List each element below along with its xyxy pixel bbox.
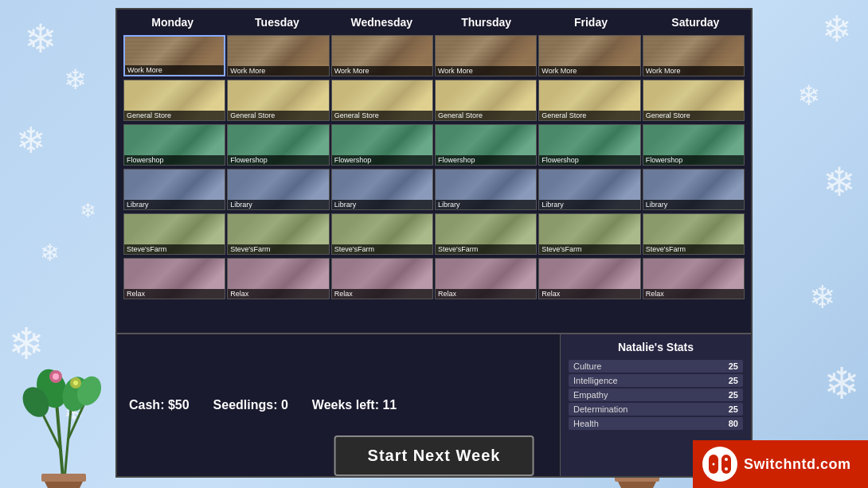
plant-left [16, 329, 111, 488]
svg-point-31 [725, 458, 728, 461]
cell-thu-flower[interactable]: Flowershop [435, 124, 537, 166]
cell-tue-work[interactable]: Work More [227, 35, 329, 76]
weeks-stat: Weeks left: 11 [312, 398, 397, 412]
cell-sat-library[interactable]: Library [643, 169, 745, 210]
cell-thu-relax[interactable]: Relax [435, 258, 537, 299]
switch-logo-icon [702, 447, 737, 482]
stat-determination-value: 25 [729, 404, 738, 414]
svg-rect-13 [41, 474, 86, 482]
start-next-week-button[interactable]: Start Next Week [334, 435, 534, 476]
cell-wed-flower[interactable]: Flowershop [331, 124, 433, 166]
day-saturday: Saturday [643, 14, 748, 30]
switch-brand-text: Switchntd.com [744, 456, 851, 473]
cell-sat-relax[interactable]: Relax [643, 258, 745, 299]
cell-wed-relax[interactable]: Relax [331, 258, 433, 299]
cell-mon-flower[interactable]: Flowershop [123, 124, 225, 166]
stat-determination-label: Determination [573, 404, 628, 414]
cell-sat-work[interactable]: Work More [643, 35, 745, 76]
cell-mon-work[interactable]: Work More [123, 35, 225, 76]
stat-row-intelligence: Intelligence 25 [569, 374, 743, 387]
stat-row-culture: Culture 25 [569, 360, 743, 373]
cell-mon-relax[interactable]: Relax [123, 258, 225, 299]
cell-tue-flower[interactable]: Flowershop [227, 124, 329, 166]
stat-intelligence-value: 25 [729, 376, 738, 385]
day-monday: Monday [120, 14, 225, 30]
days-header: Monday Tuesday Wednesday Thursday Friday… [117, 10, 751, 33]
snowflake-1: ❄ [24, 16, 57, 62]
snowflake-4: ❄ [40, 239, 60, 267]
svg-point-11 [73, 381, 78, 385]
cell-mon-library[interactable]: Library [123, 169, 225, 210]
stat-health-label: Health [573, 419, 599, 428]
stat-empathy-label: Empathy [573, 390, 608, 400]
stat-empathy-value: 25 [729, 390, 738, 400]
snowflake-7: ❄ [797, 80, 820, 111]
cell-sat-flower[interactable]: Flowershop [643, 124, 745, 166]
cell-wed-farm[interactable]: Steve'sFarm [331, 213, 433, 255]
cell-sat-store[interactable]: General Store [643, 80, 745, 121]
stat-culture-value: 25 [729, 361, 738, 371]
snowflake-3: ❄ [16, 119, 46, 162]
cell-thu-work[interactable]: Work More [435, 35, 537, 76]
library-row: Library Library Library Library Library … [120, 167, 748, 212]
cell-wed-library[interactable]: Library [331, 169, 433, 210]
cash-stat: Cash: $50 [129, 398, 190, 412]
general-store-row: General Store General Store General Stor… [120, 78, 748, 123]
cell-mon-farm[interactable]: Steve'sFarm [123, 213, 225, 255]
snowflake-6: ❄ [822, 8, 852, 50]
snowflake-2: ❄ [64, 64, 87, 96]
cell-tue-library[interactable]: Library [227, 169, 329, 210]
farm-row: Steve'sFarm Steve'sFarm Steve'sFarm Stev… [120, 212, 748, 256]
cell-fri-library[interactable]: Library [538, 169, 640, 210]
seedlings-stat: Seedlings: 0 [213, 398, 288, 412]
cell-fri-store[interactable]: General Store [538, 80, 640, 121]
stat-row-determination: Determination 25 [569, 403, 743, 416]
stat-health-value: 80 [729, 419, 738, 428]
day-thursday: Thursday [434, 14, 538, 30]
cell-sat-farm[interactable]: Steve'sFarm [643, 213, 745, 255]
switch-badge: Switchntd.com [693, 440, 868, 488]
day-wednesday: Wednesday [330, 14, 434, 30]
svg-point-33 [713, 463, 715, 466]
day-tuesday: Tuesday [225, 14, 329, 30]
day-friday: Friday [538, 14, 643, 30]
flowershop-row: Flowershop Flowershop Flowershop Flowers… [120, 123, 748, 167]
relax-row: Relax Relax Relax Relax Relax Relax [120, 256, 748, 301]
svg-point-32 [725, 467, 728, 470]
schedule-grid: Work More Work More Work More Work More … [117, 33, 751, 303]
cell-wed-store[interactable]: General Store [331, 80, 433, 121]
start-button-container: Start Next Week [334, 435, 534, 476]
cell-fri-farm[interactable]: Steve'sFarm [538, 213, 640, 255]
stat-row-empathy: Empathy 25 [569, 388, 743, 401]
stats-title: Natalie's Stats [569, 341, 743, 353]
stat-row-health: Health 80 [569, 417, 743, 430]
cell-fri-relax[interactable]: Relax [538, 258, 640, 299]
svg-rect-30 [721, 455, 731, 474]
cell-tue-relax[interactable]: Relax [227, 258, 329, 299]
snowflake-12: ❄ [80, 199, 96, 222]
cell-mon-store[interactable]: General Store [123, 80, 225, 121]
cell-thu-farm[interactable]: Steve'sFarm [435, 213, 537, 255]
cell-tue-farm[interactable]: Steve'sFarm [227, 213, 329, 255]
cell-wed-work[interactable]: Work More [331, 35, 433, 76]
cell-tue-store[interactable]: General Store [227, 80, 329, 121]
stat-culture-label: Culture [573, 361, 601, 371]
svg-point-9 [53, 373, 59, 380]
cell-fri-work[interactable]: Work More [538, 35, 640, 76]
snowflake-9: ❄ [809, 279, 836, 315]
snowflake-8: ❄ [823, 159, 856, 205]
work-more-row: Work More Work More Work More Work More … [120, 33, 748, 78]
stat-intelligence-label: Intelligence [573, 376, 618, 385]
cell-fri-flower[interactable]: Flowershop [538, 124, 640, 166]
game-container: Monday Tuesday Wednesday Thursday Friday… [115, 8, 753, 478]
snowflake-10: ❄ [823, 358, 860, 409]
cell-thu-store[interactable]: General Store [435, 80, 537, 121]
cell-thu-library[interactable]: Library [435, 169, 537, 210]
